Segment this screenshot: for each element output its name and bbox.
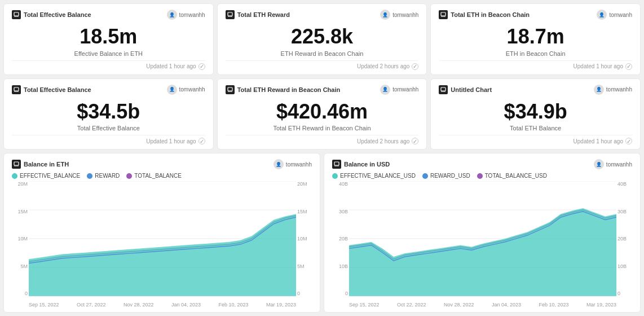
legend-label: REWARD <box>95 173 120 179</box>
card-title-row: Total ETH in Beacon Chain <box>439 10 530 19</box>
legend-dot <box>332 173 338 179</box>
legend-item: EFFECTIVE_BALANCE_USD <box>332 173 416 179</box>
card-subtitle-1-1: Effective Balance in ETH <box>12 50 205 57</box>
card-footer-1-3: Updated 1 hour ago ✓ <box>439 60 632 70</box>
legend-label: EFFECTIVE_BALANCE_USD <box>340 173 416 179</box>
card-subtitle-1-3: ETH in Beacon Chain <box>439 50 632 57</box>
charts-row: Balance in ETH 👤 tomwanhh EFFECTIVE_BALA… <box>3 153 641 313</box>
chart-balance-usd: Balance in USD 👤 tomwanhh EFFECTIVE_BALA… <box>324 153 641 313</box>
username-1-2: tomwanhh <box>392 12 418 18</box>
card-title-row: Untitled Chart <box>439 85 492 94</box>
chart-header-2: Balance in USD 👤 tomwanhh <box>332 159 632 169</box>
chart-area-eth: 20M15M10M5M0 <box>12 181 312 308</box>
card-title-row: Total Effective Balance <box>12 85 91 94</box>
cards-row-1: Total Effective Balance 👤 tomwanhh 18.5m… <box>3 3 641 75</box>
card-icon <box>12 10 21 19</box>
chart-legend-2: EFFECTIVE_BALANCE_USDREWARD_USDTOTAL_BAL… <box>332 173 632 179</box>
y-axis-label: 15M <box>297 209 307 214</box>
username-2-3: tomwanhh <box>606 86 632 93</box>
card-subtitle-2-3: Total ETH Balance <box>439 125 632 131</box>
card-header: Untitled Chart 👤 tomwanhh <box>439 85 632 95</box>
card-user-2-3: 👤 tomwanhh <box>594 85 632 95</box>
card-value-2-3: $34.9b <box>439 100 632 123</box>
card-value-1-2: 225.8k <box>226 25 419 48</box>
chart-user-2: 👤 tomwanhh <box>594 159 632 169</box>
avatar-2-1: 👤 <box>167 85 177 95</box>
legend-label: REWARD_USD <box>430 173 470 179</box>
card-total-eth-reward: Total ETH Reward 👤 tomwanhh 225.8k ETH R… <box>217 3 427 75</box>
chart-inner-usd <box>349 181 616 296</box>
card-untitled-chart: Untitled Chart 👤 tomwanhh $34.9b Total E… <box>430 78 641 150</box>
card-icon <box>439 85 448 94</box>
legend-dot <box>87 173 92 179</box>
svg-rect-20 <box>334 162 339 165</box>
y-axis-label: 30B <box>339 209 348 214</box>
legend-item: TOTAL_BALANCE <box>126 173 182 179</box>
y-axis-label: 0 <box>25 291 28 296</box>
card-title-row: Total ETH Reward <box>226 10 290 19</box>
y-axis-label: 5M <box>297 264 305 269</box>
top-rows: Total Effective Balance 👤 tomwanhh 18.5m… <box>3 3 641 150</box>
legend-dot <box>477 173 483 179</box>
check-icon-1-3: ✓ <box>625 63 632 70</box>
card-footer-2-3: Updated 1 hour ago ✓ <box>439 135 632 144</box>
card-value-1-3: 18.7m <box>439 25 632 48</box>
card-subtitle-1-2: ETH Reward in Beacon Chain <box>226 50 419 57</box>
x-axis-label: Jan 04, 2023 <box>492 302 521 308</box>
y-axis-label: 10B <box>617 264 627 269</box>
card-user-1-1: 👤 tomwanhh <box>167 10 205 20</box>
y-axis-label: 10M <box>297 236 307 242</box>
svg-rect-8 <box>228 87 232 91</box>
avatar-1-1: 👤 <box>167 10 177 20</box>
legend-dot <box>422 173 428 179</box>
legend-label: EFFECTIVE_BALANCE <box>20 173 80 179</box>
x-axis-label: Jan 04, 2023 <box>171 302 201 308</box>
legend-item: REWARD_USD <box>422 173 470 179</box>
x-axis-label: Nov 28, 2022 <box>123 302 154 308</box>
svg-rect-2 <box>228 12 232 16</box>
updated-1-3: Updated 1 hour ago <box>574 63 623 69</box>
card-title-1-1: Total Effective Balance <box>24 11 91 18</box>
card-title-1-3: Total ETH in Beacon Chain <box>451 11 530 18</box>
updated-2-1: Updated 1 hour ago <box>146 138 196 144</box>
y-axis-label: 5M <box>20 264 28 269</box>
card-footer-1-1: Updated 1 hour ago ✓ <box>12 60 205 70</box>
card-title-1-2: Total ETH Reward <box>237 11 290 18</box>
card-title-row: Total Effective Balance <box>12 10 91 19</box>
updated-1-2: Updated 2 hours ago <box>357 63 409 69</box>
x-axis-label: Mar 19, 2023 <box>586 302 616 308</box>
card-header: Total Effective Balance 👤 tomwanhh <box>12 85 205 95</box>
y-axis-label: 40B <box>339 181 348 187</box>
x-axis-usd: Sep 15, 2022Oct 22, 2022Nov 28, 2022Jan … <box>349 302 616 308</box>
x-axis-label: Feb 10, 2023 <box>218 302 248 308</box>
card-icon <box>226 85 235 94</box>
chart-svg-eth <box>29 181 296 296</box>
card-value-1-1: 18.5m <box>12 25 205 48</box>
card-user-2-2: 👤 tomwanhh <box>380 85 418 95</box>
y-axis-label: 15M <box>17 209 28 214</box>
card-title-2-2: Total ETH Reward in Beacon Chain <box>237 86 341 93</box>
card-header: Total Effective Balance 👤 tomwanhh <box>12 10 205 20</box>
svg-rect-0 <box>14 12 19 16</box>
y-axis-label: 40B <box>617 181 627 187</box>
x-axis-eth: Sep 15, 2022Oct 27, 2022Nov 28, 2022Jan … <box>29 302 296 308</box>
legend-item: EFFECTIVE_BALANCE <box>12 173 80 179</box>
y-axis-label: 20B <box>339 236 348 242</box>
y-axis-label: 10B <box>339 264 348 269</box>
username-2-1: tomwanhh <box>179 86 205 93</box>
legend-label: TOTAL_BALANCE_USD <box>485 173 547 179</box>
card-footer-1-2: Updated 2 hours ago ✓ <box>226 60 419 70</box>
x-axis-label: Nov 28, 2022 <box>444 302 474 308</box>
y-axis-label: 0 <box>617 291 620 296</box>
updated-1-1: Updated 1 hour ago <box>146 63 196 69</box>
y-axis-label: 30B <box>617 209 627 214</box>
svg-rect-4 <box>441 12 445 16</box>
check-icon-1-2: ✓ <box>412 63 418 70</box>
legend-item: REWARD <box>87 173 120 179</box>
x-axis-label: Sep 15, 2022 <box>349 302 380 308</box>
updated-2-2: Updated 2 hours ago <box>357 138 409 144</box>
chart-title-row-1: Balance in ETH <box>12 160 69 169</box>
chart-icon-2 <box>332 160 341 169</box>
legend-item: TOTAL_BALANCE_USD <box>477 173 547 179</box>
card-total-effective-balance-usd: Total Effective Balance 👤 tomwanhh $34.5… <box>3 78 214 150</box>
